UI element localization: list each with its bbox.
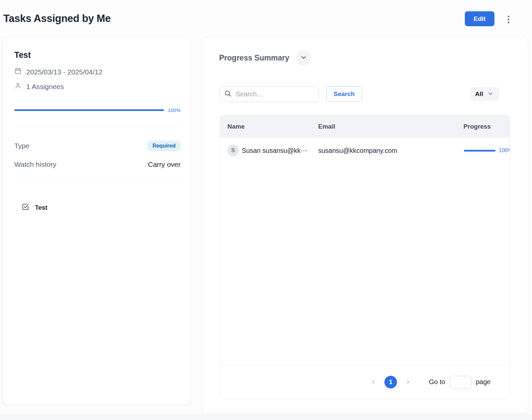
chevron-down-icon <box>300 53 308 62</box>
goto-page-input[interactable] <box>450 376 471 388</box>
goto-page: Go to page <box>429 376 490 388</box>
row-progress-percent: 100% <box>499 148 510 154</box>
chevron-right-icon[interactable] <box>405 379 411 385</box>
kebab-menu-icon[interactable] <box>504 14 513 25</box>
divider <box>14 181 181 181</box>
column-header-email: Email <box>318 123 432 130</box>
task-list-item[interactable]: Test <box>22 203 48 212</box>
page-label: page <box>476 378 491 386</box>
calendar-icon <box>14 67 22 76</box>
magnifier-icon <box>224 90 232 99</box>
collapse-toggle-button[interactable] <box>296 50 311 65</box>
search-box[interactable] <box>219 86 319 102</box>
task-detail-card: Test 2025/03/13 - 2025/04/12 1 Assignees… <box>3 37 191 405</box>
page-background-strip <box>0 414 532 420</box>
row-progress: 100% <box>464 148 510 154</box>
summary-title: Progress Summary <box>219 53 289 62</box>
date-range-text: 2025/03/13 - 2025/04/12 <box>26 68 102 76</box>
edit-button[interactable]: Edit <box>465 11 494 26</box>
watch-history-value: Carry over <box>148 160 181 168</box>
required-badge: Required <box>148 141 181 151</box>
watch-history-label: Watch history <box>14 160 56 168</box>
assignees-text: 1 Assignees <box>26 83 64 91</box>
search-button[interactable]: Search <box>326 86 362 102</box>
type-row: Type Required <box>14 141 181 151</box>
name-cell: S Susan susansu@kk⋯ <box>227 145 318 156</box>
table-header-row: Name Email Progress <box>220 115 509 138</box>
page-number-button[interactable]: 1 <box>384 376 397 388</box>
table-footer: 1 Go to page <box>220 365 509 399</box>
summary-header: Progress Summary <box>219 50 311 65</box>
page-title: Tasks Assigned by Me <box>3 13 111 25</box>
kebab-dot <box>508 16 509 17</box>
watch-history-row: Watch history Carry over <box>14 160 181 168</box>
column-header-name: Name <box>227 123 318 130</box>
kebab-dot <box>508 22 509 23</box>
goto-label: Go to <box>429 378 445 386</box>
kebab-dot <box>508 19 509 20</box>
check-square-icon[interactable] <box>22 203 29 212</box>
chevron-down-icon <box>487 90 494 98</box>
search-input[interactable] <box>236 90 314 98</box>
progress-bar <box>14 109 164 111</box>
assignee-name: Susan susansu@kk⋯ <box>242 147 307 155</box>
task-title: Test <box>14 50 31 60</box>
type-label: Type <box>14 142 30 150</box>
person-icon <box>14 82 22 91</box>
table-row[interactable]: S Susan susansu@kk⋯ susansu@kkcompany.co… <box>220 138 509 163</box>
pagination: 1 <box>370 376 411 388</box>
avatar: S <box>227 145 239 156</box>
row-progress-bar <box>464 150 495 152</box>
column-header-progress: Progress <box>432 123 509 130</box>
table-controls: Search All <box>219 86 499 102</box>
progress-table: Name Email Progress S Susan susansu@kk⋯ … <box>220 115 510 399</box>
assignees-row: 1 Assignees <box>14 82 64 91</box>
chevron-left-icon[interactable] <box>370 379 376 385</box>
divider <box>14 126 181 126</box>
task-progress: 100% <box>14 107 181 113</box>
progress-summary-card: Progress Summary Search All <box>202 37 528 414</box>
progress-percent: 100% <box>168 107 181 113</box>
filter-dropdown[interactable]: All <box>470 87 499 101</box>
task-item-label: Test <box>35 204 48 211</box>
date-range-row: 2025/03/13 - 2025/04/12 <box>14 67 102 76</box>
filter-value: All <box>475 90 483 98</box>
